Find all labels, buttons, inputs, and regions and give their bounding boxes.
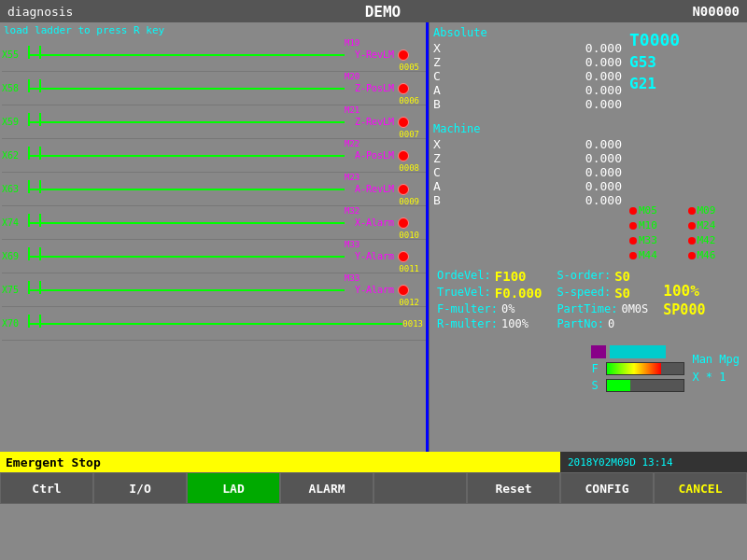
m-btn-label-M09: M09 xyxy=(698,204,716,217)
f-teal-box xyxy=(610,345,666,358)
rung-3: X62M22A-PosLM0008 xyxy=(2,139,427,173)
coil-area-0: M19Y-RevLM0005 xyxy=(345,49,419,61)
part-no-value: 0 xyxy=(608,317,614,330)
m-btn-M42[interactable]: M42 xyxy=(688,234,744,246)
f-bar-fill xyxy=(607,363,660,374)
toolbar-btn-CONFIG[interactable]: CONFIG xyxy=(560,472,654,504)
m-btn-M09[interactable]: M09 xyxy=(688,204,744,217)
contact-right-0 xyxy=(39,46,41,59)
coil-m-label-1: M20 xyxy=(345,72,359,81)
top-center-title: DEMO xyxy=(365,3,402,21)
toolbar-btn-LAD[interactable]: LAD xyxy=(187,472,280,504)
mach-axis-A: A xyxy=(433,179,448,193)
fill-line-7 xyxy=(41,289,345,291)
x-label-0: X55 xyxy=(2,49,28,60)
coil-name-2: Z-RevLM xyxy=(355,117,394,127)
orde-vel-value: F100 xyxy=(495,269,527,284)
abs-axis-C: C xyxy=(433,69,448,83)
f-small-box xyxy=(591,345,606,358)
coil-dot-5 xyxy=(398,217,409,229)
coil-area-7: M33Y-Alarm0012 xyxy=(345,285,419,296)
s-order-row: S-order: S0 xyxy=(557,269,648,284)
f-bar-bg xyxy=(606,362,684,375)
toolbar-btn-Ctrl[interactable]: Ctrl xyxy=(0,472,93,504)
m-btn-M10[interactable]: M10 xyxy=(629,219,685,231)
m-btn-M44[interactable]: M44 xyxy=(629,249,685,261)
contact-gap-3 xyxy=(30,155,39,157)
mach-row-A: A0.000 xyxy=(433,179,622,193)
f-bar-label: F xyxy=(591,362,602,375)
m-btn-label-M33: M33 xyxy=(639,234,657,246)
f-multer-value: 0% xyxy=(501,302,514,315)
m-btn-M05[interactable]: M05 xyxy=(629,204,685,217)
right-top: Absolute X0.000Z0.000C0.000A0.000B0.000 … xyxy=(430,22,747,265)
top-left-title: diagnosis xyxy=(7,5,73,19)
contact-right-3 xyxy=(39,147,41,160)
toolbar-btn-ALARM[interactable]: ALARM xyxy=(280,472,374,504)
rung-line-4 xyxy=(28,189,345,190)
coil-name-5: X-Alarm xyxy=(355,217,394,228)
part-time-label: PartTime: xyxy=(557,302,617,315)
step-num-5: 0010 xyxy=(399,231,419,240)
part-time-row: PartTime: 0M0S xyxy=(557,302,648,315)
toolbar-btn-I/O[interactable]: I/O xyxy=(93,472,187,504)
mach-row-Z: Z0.000 xyxy=(433,151,622,165)
fill-line-0 xyxy=(41,54,345,56)
coil-name-0: Y-RevLM xyxy=(355,49,394,60)
s-speed-row: S-speed: S0 xyxy=(557,286,648,301)
step-num-1: 0006 xyxy=(399,96,419,105)
bars-mpg-area: F S Man Mpg X * 1 xyxy=(591,345,740,392)
m-btn-M33[interactable]: M33 xyxy=(629,234,685,246)
emergent-datetime: 2018Y02M09D 13:14 xyxy=(560,452,747,472)
rung-line-3 xyxy=(28,155,345,157)
mach-value-Z: 0.000 xyxy=(448,151,622,165)
abs-axis-X: X xyxy=(433,41,448,55)
coil-m-label-3: M22 xyxy=(345,139,359,148)
contact-right-1 xyxy=(39,79,41,92)
coil-dot-7 xyxy=(398,285,409,296)
top-bar: diagnosis DEMO N00000 xyxy=(0,0,747,22)
m-dot-M33 xyxy=(629,237,637,245)
coil-m-label-4: M23 xyxy=(345,173,359,182)
coil-row-2: Z-RevLM xyxy=(355,117,409,128)
vertical-divider xyxy=(426,22,429,452)
f-multer-label: F-multer: xyxy=(437,302,498,315)
m-btn-M46[interactable]: M46 xyxy=(688,249,744,261)
x-label-3: X62 xyxy=(2,150,28,161)
toolbar-btn-Reset[interactable]: Reset xyxy=(467,472,560,504)
m-btn-label-M05: M05 xyxy=(639,204,657,217)
rung-line-2 xyxy=(28,121,345,123)
part-no-label: PartNo: xyxy=(557,317,604,330)
mach-axis-C: C xyxy=(433,165,448,179)
toolbar-btn-CANCEL[interactable]: CANCEL xyxy=(654,472,747,504)
ladder-panel: load ladder to press R key X55M19Y-RevLM… xyxy=(0,22,430,452)
step-num-4: 0009 xyxy=(399,197,419,206)
right-panel: Absolute X0.000Z0.000C0.000A0.000B0.000 … xyxy=(430,22,747,452)
status-col-right: 100% SP000 xyxy=(663,282,705,318)
fill-line-1 xyxy=(41,88,345,90)
rung-6: X69M33Y-Alarm0011 xyxy=(2,240,427,273)
coil-m-label-0: M19 xyxy=(345,38,359,48)
m-btn-label-M44: M44 xyxy=(639,249,657,261)
rung-7: X75M33Y-Alarm0012 xyxy=(2,273,427,307)
rung-line-1 xyxy=(28,88,345,90)
coil-row-1: Z-PosLM xyxy=(355,83,409,94)
absolute-title: Absolute xyxy=(433,26,622,39)
tg-mbuttons-column: T0000 G53 G21 M05M09M10M24M33M42M44M46 xyxy=(626,22,747,265)
absolute-block: Absolute X0.000Z0.000C0.000A0.000B0.000 xyxy=(433,26,622,111)
f-bar-row xyxy=(591,345,684,358)
s-bar-fill xyxy=(607,380,630,391)
m-btn-M24[interactable]: M24 xyxy=(688,219,744,231)
step-num-0: 0005 xyxy=(399,63,419,72)
step-num-2: 0007 xyxy=(399,130,419,139)
coil-row-3: A-PosLM xyxy=(355,150,409,161)
rung-8: X700013 xyxy=(2,307,427,341)
s-bar-label: S xyxy=(591,379,602,392)
bars-container: F S xyxy=(591,345,684,392)
contact-left-0 xyxy=(28,46,30,59)
emergent-row: Emergent Stop 2018Y02M09D 13:14 xyxy=(0,452,747,472)
percent-row: 100% xyxy=(663,282,705,300)
contact-right-6 xyxy=(39,247,41,260)
toolbar-btn-empty[interactable] xyxy=(374,472,467,504)
step-num-8: 0013 xyxy=(402,319,423,329)
